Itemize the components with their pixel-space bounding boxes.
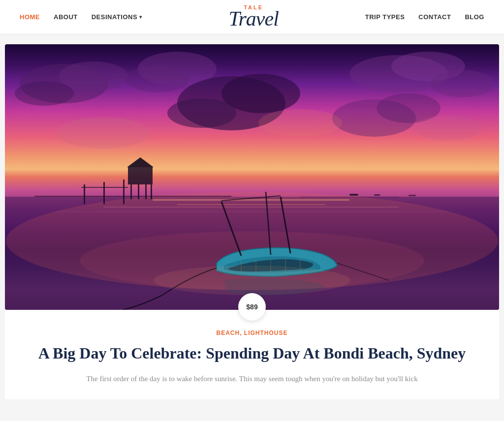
svg-point-37 <box>413 116 482 140</box>
hero-illustration <box>5 44 499 310</box>
post-title: A Big Day To Celebrate: Spending Day At … <box>34 343 470 364</box>
brand-logo[interactable]: TALE Travel <box>228 5 278 29</box>
nav-contact[interactable]: CONTACT <box>418 13 451 21</box>
svg-marker-12 <box>127 157 154 167</box>
svg-point-35 <box>57 117 150 149</box>
nav-destinations[interactable]: DESINATIONS ▾ <box>92 13 142 21</box>
main-content: $89 BEACH, LIGHTHOUSE A Big Day To Celeb… <box>0 34 504 419</box>
svg-rect-15 <box>145 184 147 199</box>
brand-travel: Travel <box>228 7 278 30</box>
hero-image <box>5 44 499 310</box>
svg-point-23 <box>59 61 128 91</box>
svg-point-36 <box>258 109 342 137</box>
nav-blog[interactable]: BLOG <box>465 13 484 21</box>
svg-rect-17 <box>34 196 231 197</box>
post-excerpt: The first order of the day is to wake be… <box>34 373 470 385</box>
navigation: HOME ABOUT DESINATIONS ▾ TALE Travel TRI… <box>0 0 504 34</box>
svg-rect-21 <box>409 195 416 196</box>
svg-rect-14 <box>138 184 139 199</box>
price-badge: $89 <box>238 293 266 321</box>
svg-rect-6 <box>54 211 448 212</box>
svg-rect-18 <box>300 197 399 197</box>
chevron-down-icon: ▾ <box>139 14 142 20</box>
nav-trip-types[interactable]: TRIP TYPES <box>365 13 405 21</box>
svg-rect-20 <box>374 194 380 196</box>
nav-about[interactable]: ABOUT <box>54 13 78 21</box>
post-categories: BEACH, LIGHTHOUSE <box>34 330 470 336</box>
svg-rect-5 <box>103 207 399 208</box>
nav-left: HOME ABOUT DESINATIONS ▾ <box>20 13 142 21</box>
svg-rect-13 <box>130 184 132 199</box>
svg-point-47 <box>154 266 350 295</box>
svg-rect-3 <box>153 199 349 201</box>
svg-point-24 <box>15 81 74 106</box>
svg-rect-11 <box>128 167 153 184</box>
nav-right: TRIP TYPES CONTACT BLOG <box>365 13 484 21</box>
svg-rect-10 <box>81 187 128 188</box>
svg-rect-16 <box>151 184 152 199</box>
nav-home[interactable]: HOME <box>20 13 40 21</box>
svg-rect-4 <box>177 204 325 205</box>
svg-rect-8 <box>103 182 105 204</box>
svg-point-29 <box>431 70 495 97</box>
svg-point-26 <box>126 65 189 92</box>
svg-rect-9 <box>123 180 125 204</box>
svg-point-32 <box>167 98 236 128</box>
post-info: BEACH, LIGHTHOUSE A Big Day To Celebrate… <box>5 310 499 399</box>
hero-container: $89 <box>5 44 499 310</box>
content-wrapper: $89 BEACH, LIGHTHOUSE A Big Day To Celeb… <box>5 44 499 399</box>
svg-rect-19 <box>349 194 358 196</box>
